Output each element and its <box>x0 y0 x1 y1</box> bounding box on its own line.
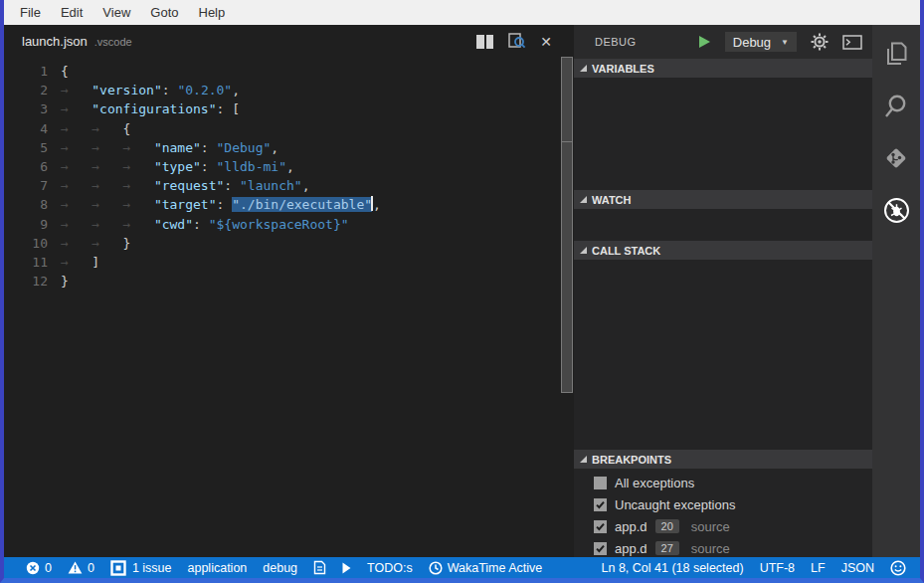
status-item-label: TODO:s <box>367 561 413 575</box>
status-item-application[interactable]: application <box>180 557 256 578</box>
code-editor[interactable]: 1{2→"version": "0.2.0",3→"configurations… <box>4 58 560 557</box>
breakpoint-row[interactable]: app.d20source <box>574 515 872 537</box>
line-number: 1 <box>4 62 48 81</box>
section-header-breakpoints[interactable]: BREAKPOINTS <box>574 450 872 469</box>
code-line: 2→"version": "0.2.0", <box>4 81 560 99</box>
code-token: : <box>193 217 209 232</box>
watch-content <box>574 209 872 241</box>
code-token: → <box>92 157 122 176</box>
status-item-project-file-icon[interactable] <box>305 557 334 578</box>
section-header-call-stack[interactable]: CALL STACK <box>574 241 872 260</box>
breakpoint-row[interactable]: app.d27source <box>574 537 872 559</box>
close-tab-icon[interactable]: ✕ <box>540 35 552 49</box>
debug-console-icon[interactable] <box>842 35 862 50</box>
breakpoint-label: app.d <box>615 519 647 534</box>
breakpoints-list: All exceptionsUncaught exceptionsapp.d20… <box>574 469 872 559</box>
status-item-ln-8-col-41-18-selected[interactable]: Ln 8, Col 41 (18 selected) <box>594 557 752 578</box>
menu-item-view[interactable]: View <box>92 0 140 25</box>
debug-panel-title: DEBUG <box>595 36 637 48</box>
status-bar: 001 issueapplicationdebugTODO:sWakaTime … <box>4 557 920 578</box>
code-token: → <box>92 176 122 195</box>
checkbox-checked[interactable] <box>594 498 607 511</box>
code-token: "configurations" <box>92 101 216 116</box>
status-item-run-icon[interactable] <box>334 557 359 578</box>
code-token: , <box>232 83 240 97</box>
debug-disabled-icon[interactable] <box>872 196 920 248</box>
code-token: → <box>61 99 92 118</box>
menu-item-file[interactable]: File <box>10 0 51 25</box>
code-line: 9→→→"cwd": "${workspaceRoot}" <box>4 215 560 234</box>
code-line: 4→→{ <box>4 119 560 138</box>
call-stack-content <box>574 260 872 450</box>
split-editor-icon[interactable] <box>476 35 493 49</box>
checkbox-unchecked[interactable] <box>594 477 607 489</box>
section-header-watch[interactable]: WATCH <box>574 190 872 209</box>
breakpoint-label: app.d <box>615 541 647 556</box>
status-item-smiley-icon[interactable] <box>882 557 914 578</box>
status-item-label: JSON <box>841 561 874 575</box>
code-token: → <box>61 119 92 138</box>
activity-bar <box>872 25 920 557</box>
status-item-lf[interactable]: LF <box>803 557 833 578</box>
status-item-0[interactable]: 0 <box>60 557 102 578</box>
code-token: "launch" <box>240 178 302 193</box>
code-token: → <box>92 195 122 214</box>
status-item-json[interactable]: JSON <box>833 557 882 578</box>
status-item-utf-8[interactable]: UTF-8 <box>752 557 803 578</box>
open-preview-icon[interactable] <box>507 33 526 50</box>
code-token: "type" <box>154 159 201 174</box>
variables-content <box>574 78 872 190</box>
menu-item-help[interactable]: Help <box>189 0 236 25</box>
smiley-icon <box>890 560 906 576</box>
code-token: : [ <box>217 101 240 116</box>
chevron-down-icon: ▼ <box>781 38 789 47</box>
collapse-twisty-icon <box>580 196 587 203</box>
breakpoint-row[interactable]: All exceptions <box>574 472 872 493</box>
section-header-variables[interactable]: VARIABLES <box>574 59 872 78</box>
menu-bar: FileEditViewGotoHelp <box>4 0 920 25</box>
status-item-wakatime-active[interactable]: WakaTime Active <box>421 557 551 578</box>
line-number: 12 <box>4 272 48 291</box>
configure-gear-icon[interactable] <box>811 33 829 51</box>
menu-item-edit[interactable]: Edit <box>51 0 92 25</box>
clock-icon <box>429 561 443 575</box>
search-icon[interactable] <box>872 93 920 144</box>
checkbox-checked[interactable] <box>594 542 607 555</box>
tab-title[interactable]: launch.json <box>22 34 88 49</box>
code-token: → <box>61 195 92 214</box>
status-item-label: debug <box>263 561 297 575</box>
explorer-icon[interactable] <box>872 41 920 93</box>
status-item-1-issue[interactable]: 1 issue <box>102 557 180 578</box>
code-token: { <box>123 121 131 136</box>
breakpoint-label: Uncaught exceptions <box>615 497 735 512</box>
status-item-0[interactable]: 0 <box>18 557 60 578</box>
git-icon[interactable] <box>872 144 920 196</box>
code-line: 12} <box>4 272 560 291</box>
line-number: 5 <box>4 138 48 157</box>
code-line: 8→→→"target": "./bin/executable", <box>4 195 560 214</box>
breakpoint-line-badge: 27 <box>655 541 679 555</box>
status-item-debug[interactable]: debug <box>255 557 305 578</box>
breakpoint-source-label: source <box>691 519 730 534</box>
code-token: : <box>162 83 178 97</box>
breakpoint-label: All exceptions <box>615 476 694 490</box>
status-item-label: application <box>188 561 248 575</box>
debug-config-select[interactable]: Debug ▼ <box>725 32 797 52</box>
main-area: launch.json .vscode ✕ 1{2→"version": "0.… <box>4 25 920 557</box>
code-token: "lldb-mi" <box>217 159 286 174</box>
menu-item-goto[interactable]: Goto <box>140 0 188 25</box>
line-number: 11 <box>4 253 48 272</box>
status-item-label: 1 issue <box>132 561 172 575</box>
code-token: : <box>201 140 217 155</box>
start-debug-icon[interactable] <box>697 35 711 49</box>
code-line: 3→"configurations": [ <box>4 99 560 118</box>
scrollbar-thumb[interactable] <box>561 57 573 142</box>
status-item-todo-s[interactable]: TODO:s <box>359 557 421 578</box>
code-token: "request" <box>154 178 224 193</box>
line-number: 9 <box>4 215 48 234</box>
line-number: 7 <box>4 176 48 195</box>
checkbox-checked[interactable] <box>594 520 607 533</box>
breakpoint-row[interactable]: Uncaught exceptions <box>574 493 872 515</box>
status-item-label: Ln 8, Col 41 (18 selected) <box>602 561 744 575</box>
scrollbar-track-segment[interactable] <box>561 141 573 393</box>
